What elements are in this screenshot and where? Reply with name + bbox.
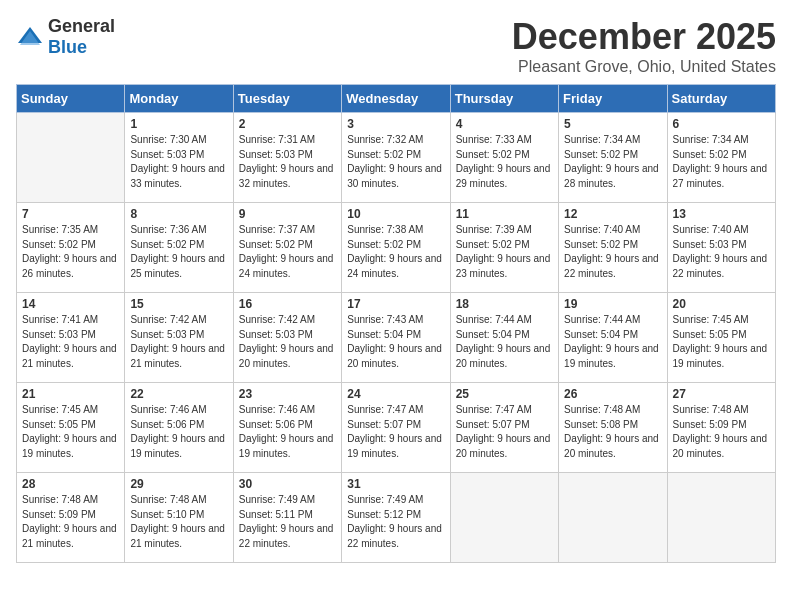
day-number: 22 (130, 387, 227, 401)
day-info: Sunrise: 7:33 AMSunset: 5:02 PMDaylight:… (456, 133, 553, 191)
day-number: 1 (130, 117, 227, 131)
day-info: Sunrise: 7:42 AMSunset: 5:03 PMDaylight:… (239, 313, 336, 371)
day-number: 25 (456, 387, 553, 401)
calendar-cell: 6Sunrise: 7:34 AMSunset: 5:02 PMDaylight… (667, 113, 775, 203)
day-number: 26 (564, 387, 661, 401)
weekday-header-tuesday: Tuesday (233, 85, 341, 113)
day-number: 14 (22, 297, 119, 311)
day-number: 28 (22, 477, 119, 491)
calendar-cell: 21Sunrise: 7:45 AMSunset: 5:05 PMDayligh… (17, 383, 125, 473)
calendar-cell: 24Sunrise: 7:47 AMSunset: 5:07 PMDayligh… (342, 383, 450, 473)
weekday-header-row: SundayMondayTuesdayWednesdayThursdayFrid… (17, 85, 776, 113)
day-info: Sunrise: 7:30 AMSunset: 5:03 PMDaylight:… (130, 133, 227, 191)
day-info: Sunrise: 7:37 AMSunset: 5:02 PMDaylight:… (239, 223, 336, 281)
calendar-cell: 18Sunrise: 7:44 AMSunset: 5:04 PMDayligh… (450, 293, 558, 383)
calendar-cell: 7Sunrise: 7:35 AMSunset: 5:02 PMDaylight… (17, 203, 125, 293)
day-number: 17 (347, 297, 444, 311)
logo-blue: Blue (48, 37, 87, 57)
calendar-cell: 12Sunrise: 7:40 AMSunset: 5:02 PMDayligh… (559, 203, 667, 293)
day-info: Sunrise: 7:47 AMSunset: 5:07 PMDaylight:… (347, 403, 444, 461)
day-number: 8 (130, 207, 227, 221)
calendar-cell (17, 113, 125, 203)
weekday-header-sunday: Sunday (17, 85, 125, 113)
calendar-cell: 19Sunrise: 7:44 AMSunset: 5:04 PMDayligh… (559, 293, 667, 383)
calendar-cell: 31Sunrise: 7:49 AMSunset: 5:12 PMDayligh… (342, 473, 450, 563)
calendar-cell: 4Sunrise: 7:33 AMSunset: 5:02 PMDaylight… (450, 113, 558, 203)
calendar-cell: 5Sunrise: 7:34 AMSunset: 5:02 PMDaylight… (559, 113, 667, 203)
title-section: December 2025 Pleasant Grove, Ohio, Unit… (512, 16, 776, 76)
day-info: Sunrise: 7:45 AMSunset: 5:05 PMDaylight:… (22, 403, 119, 461)
calendar-body: 1Sunrise: 7:30 AMSunset: 5:03 PMDaylight… (17, 113, 776, 563)
day-info: Sunrise: 7:44 AMSunset: 5:04 PMDaylight:… (456, 313, 553, 371)
day-info: Sunrise: 7:47 AMSunset: 5:07 PMDaylight:… (456, 403, 553, 461)
calendar-cell: 8Sunrise: 7:36 AMSunset: 5:02 PMDaylight… (125, 203, 233, 293)
calendar-cell: 14Sunrise: 7:41 AMSunset: 5:03 PMDayligh… (17, 293, 125, 383)
day-info: Sunrise: 7:46 AMSunset: 5:06 PMDaylight:… (239, 403, 336, 461)
day-number: 7 (22, 207, 119, 221)
day-info: Sunrise: 7:48 AMSunset: 5:08 PMDaylight:… (564, 403, 661, 461)
calendar-cell: 9Sunrise: 7:37 AMSunset: 5:02 PMDaylight… (233, 203, 341, 293)
day-info: Sunrise: 7:34 AMSunset: 5:02 PMDaylight:… (564, 133, 661, 191)
day-number: 13 (673, 207, 770, 221)
day-info: Sunrise: 7:43 AMSunset: 5:04 PMDaylight:… (347, 313, 444, 371)
calendar-cell: 3Sunrise: 7:32 AMSunset: 5:02 PMDaylight… (342, 113, 450, 203)
day-info: Sunrise: 7:48 AMSunset: 5:09 PMDaylight:… (673, 403, 770, 461)
day-info: Sunrise: 7:32 AMSunset: 5:02 PMDaylight:… (347, 133, 444, 191)
calendar-cell: 17Sunrise: 7:43 AMSunset: 5:04 PMDayligh… (342, 293, 450, 383)
weekday-header-thursday: Thursday (450, 85, 558, 113)
day-number: 3 (347, 117, 444, 131)
day-number: 12 (564, 207, 661, 221)
calendar-week-4: 28Sunrise: 7:48 AMSunset: 5:09 PMDayligh… (17, 473, 776, 563)
month-title: December 2025 (512, 16, 776, 58)
calendar-cell: 26Sunrise: 7:48 AMSunset: 5:08 PMDayligh… (559, 383, 667, 473)
calendar-cell: 15Sunrise: 7:42 AMSunset: 5:03 PMDayligh… (125, 293, 233, 383)
day-number: 31 (347, 477, 444, 491)
day-number: 10 (347, 207, 444, 221)
calendar-table: SundayMondayTuesdayWednesdayThursdayFrid… (16, 84, 776, 563)
weekday-header-friday: Friday (559, 85, 667, 113)
day-number: 16 (239, 297, 336, 311)
day-number: 15 (130, 297, 227, 311)
day-info: Sunrise: 7:34 AMSunset: 5:02 PMDaylight:… (673, 133, 770, 191)
day-info: Sunrise: 7:48 AMSunset: 5:10 PMDaylight:… (130, 493, 227, 551)
weekday-header-saturday: Saturday (667, 85, 775, 113)
day-number: 24 (347, 387, 444, 401)
calendar-cell: 16Sunrise: 7:42 AMSunset: 5:03 PMDayligh… (233, 293, 341, 383)
day-info: Sunrise: 7:49 AMSunset: 5:11 PMDaylight:… (239, 493, 336, 551)
calendar-cell: 30Sunrise: 7:49 AMSunset: 5:11 PMDayligh… (233, 473, 341, 563)
day-number: 21 (22, 387, 119, 401)
calendar-cell (667, 473, 775, 563)
day-number: 2 (239, 117, 336, 131)
calendar-cell: 11Sunrise: 7:39 AMSunset: 5:02 PMDayligh… (450, 203, 558, 293)
day-number: 23 (239, 387, 336, 401)
calendar-cell: 20Sunrise: 7:45 AMSunset: 5:05 PMDayligh… (667, 293, 775, 383)
day-number: 9 (239, 207, 336, 221)
day-number: 30 (239, 477, 336, 491)
calendar-cell: 27Sunrise: 7:48 AMSunset: 5:09 PMDayligh… (667, 383, 775, 473)
logo-general: General (48, 16, 115, 36)
day-info: Sunrise: 7:40 AMSunset: 5:03 PMDaylight:… (673, 223, 770, 281)
calendar-week-1: 7Sunrise: 7:35 AMSunset: 5:02 PMDaylight… (17, 203, 776, 293)
day-number: 6 (673, 117, 770, 131)
weekday-header-wednesday: Wednesday (342, 85, 450, 113)
day-number: 18 (456, 297, 553, 311)
calendar-cell: 2Sunrise: 7:31 AMSunset: 5:03 PMDaylight… (233, 113, 341, 203)
logo: General Blue (16, 16, 115, 58)
header: General Blue December 2025 Pleasant Grov… (16, 16, 776, 76)
calendar-week-2: 14Sunrise: 7:41 AMSunset: 5:03 PMDayligh… (17, 293, 776, 383)
day-info: Sunrise: 7:46 AMSunset: 5:06 PMDaylight:… (130, 403, 227, 461)
weekday-header-monday: Monday (125, 85, 233, 113)
day-number: 5 (564, 117, 661, 131)
day-info: Sunrise: 7:39 AMSunset: 5:02 PMDaylight:… (456, 223, 553, 281)
day-info: Sunrise: 7:38 AMSunset: 5:02 PMDaylight:… (347, 223, 444, 281)
day-number: 27 (673, 387, 770, 401)
day-info: Sunrise: 7:48 AMSunset: 5:09 PMDaylight:… (22, 493, 119, 551)
day-number: 4 (456, 117, 553, 131)
calendar-cell: 25Sunrise: 7:47 AMSunset: 5:07 PMDayligh… (450, 383, 558, 473)
day-info: Sunrise: 7:35 AMSunset: 5:02 PMDaylight:… (22, 223, 119, 281)
calendar-cell: 10Sunrise: 7:38 AMSunset: 5:02 PMDayligh… (342, 203, 450, 293)
calendar-cell: 23Sunrise: 7:46 AMSunset: 5:06 PMDayligh… (233, 383, 341, 473)
calendar-cell (559, 473, 667, 563)
calendar-cell: 28Sunrise: 7:48 AMSunset: 5:09 PMDayligh… (17, 473, 125, 563)
day-info: Sunrise: 7:31 AMSunset: 5:03 PMDaylight:… (239, 133, 336, 191)
